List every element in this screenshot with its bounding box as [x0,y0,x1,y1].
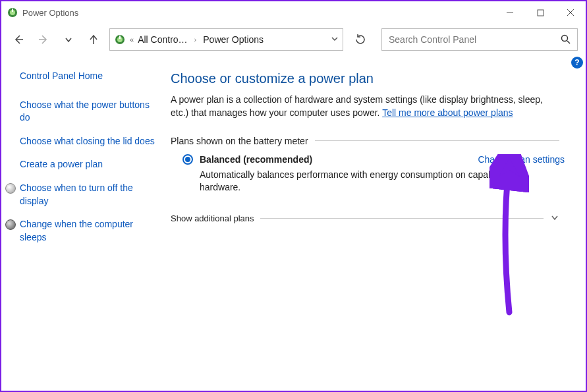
help-icon[interactable]: ? [571,57,583,69]
page-title: Choose or customize a power plan [171,71,573,86]
change-plan-settings-link[interactable]: Change plan settings [478,154,565,165]
forward-button[interactable] [34,30,53,49]
navbar: « All Contro… › Power Options [1,24,586,55]
plan-balanced: Balanced (recommended) Change plan setti… [182,154,565,194]
close-button[interactable] [555,1,586,24]
chevron-right-icon: › [194,36,197,43]
svg-line-14 [567,41,570,43]
control-panel-home-link[interactable]: Control Panel Home [20,70,160,83]
power-options-icon [114,34,126,45]
svg-rect-4 [538,10,544,16]
divider [260,218,544,219]
breadcrumb-prefix-icon: « [130,36,134,43]
address-bar[interactable]: « All Contro… › Power Options [109,28,343,51]
svg-rect-2 [12,9,13,12]
svg-rect-12 [119,36,121,39]
breadcrumb-root[interactable]: All Contro… [138,34,187,45]
back-button[interactable] [9,30,28,49]
maximize-button[interactable] [525,1,555,24]
window-controls [495,1,586,24]
sidebar-item-computer-sleeps[interactable]: Change when the computer sleeps [20,218,160,244]
learn-more-link[interactable]: Tell me more about power plans [382,107,513,118]
window-title: Power Options [22,8,78,18]
expander-label: Show additional plans [171,213,254,223]
show-additional-plans[interactable]: Show additional plans [171,213,559,224]
radio-checked-icon [182,154,193,165]
plan-name: Balanced (recommended) [200,154,312,165]
search-icon[interactable] [560,34,571,46]
plan-radio-balanced[interactable]: Balanced (recommended) [182,154,312,165]
search-box[interactable] [381,28,578,51]
titlebar-left: Power Options [7,7,78,18]
sleep-icon [5,219,16,230]
svg-point-13 [562,35,568,41]
up-button[interactable] [84,30,103,49]
plans-section-label: Plans shown on the battery meter [171,136,559,146]
sidebar-item-turn-off-display[interactable]: Choose when to turn off the display [20,182,160,208]
content-pane: ? Choose or customize a power plan A pow… [169,55,586,391]
power-options-icon [7,7,18,18]
address-dropdown[interactable] [331,34,339,45]
refresh-button[interactable] [350,28,371,51]
window-frame: Power Options [0,0,587,392]
search-input[interactable] [387,34,572,45]
sidebar-item-power-buttons[interactable]: Choose what the power buttons do [20,99,160,125]
breadcrumb-current[interactable]: Power Options [203,34,264,45]
divider [315,140,559,141]
sidebar-item-create-plan[interactable]: Create a power plan [20,158,160,171]
plans-label-text: Plans shown on the battery meter [171,136,308,146]
page-description: A power plan is a collection of hardware… [171,93,559,120]
chevron-down-icon [550,213,559,224]
display-off-icon [5,183,16,194]
plan-description: Automatically balances performance with … [200,169,542,194]
sidebar: Control Panel Home Choose what the power… [1,55,169,391]
sidebar-item-closing-lid[interactable]: Choose what closing the lid does [20,135,160,148]
recent-dropdown[interactable] [59,30,78,49]
body: Control Panel Home Choose what the power… [1,55,586,391]
titlebar: Power Options [1,1,586,24]
minimize-button[interactable] [495,1,525,24]
